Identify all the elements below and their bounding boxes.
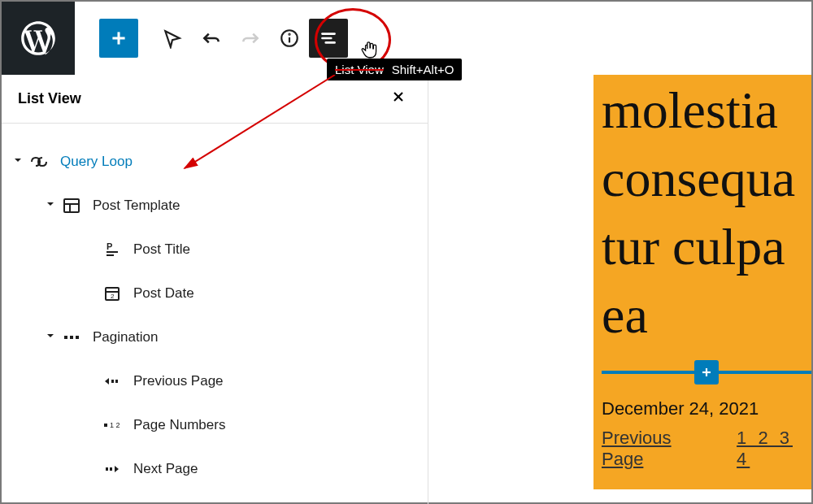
post-title-icon: P	[101, 240, 124, 259]
previous-page-link[interactable]: Previous Page	[602, 428, 714, 470]
svg-point-4	[289, 34, 289, 35]
panel-header: List View	[2, 75, 428, 124]
list-view-icon	[318, 28, 339, 49]
tree-item-post-template[interactable]: Post Template	[8, 184, 421, 228]
svg-rect-11	[64, 199, 79, 212]
tree-item-label: Next Page	[133, 461, 198, 477]
loop-icon	[28, 152, 50, 172]
post-title-text[interactable]: ea	[602, 280, 811, 348]
template-icon	[60, 196, 83, 215]
toolbar-buttons	[75, 19, 348, 58]
add-block-button[interactable]	[99, 19, 138, 58]
wordpress-icon	[18, 18, 59, 59]
wordpress-logo[interactable]	[2, 2, 75, 75]
svg-rect-20	[64, 336, 67, 339]
tree-item-label: Previous Page	[133, 373, 224, 389]
tree-item-label: Query Loop	[60, 154, 133, 170]
chevron-down-icon	[8, 154, 28, 171]
info-button[interactable]	[270, 19, 309, 58]
tree-item-query-loop[interactable]: Query Loop	[8, 140, 421, 184]
pagination-icon	[60, 328, 83, 347]
list-view-button[interactable]	[309, 19, 348, 58]
svg-text:P: P	[107, 241, 112, 251]
select-tool-button[interactable]	[153, 19, 192, 58]
undo-button[interactable]	[192, 19, 231, 58]
next-page-icon	[101, 459, 124, 479]
post-title-text[interactable]: tur culpa	[602, 211, 811, 280]
page-numbers-icon: 1 2	[101, 415, 124, 435]
post-title-text[interactable]: molestia	[602, 75, 811, 143]
svg-text:2: 2	[111, 293, 115, 300]
tree-item-next-page[interactable]: Next Page	[8, 447, 421, 491]
plus-icon	[108, 28, 129, 49]
redo-button[interactable]	[231, 19, 270, 58]
editor-canvas[interactable]: molestia consequa tur culpa ea December …	[428, 75, 811, 504]
svg-rect-21	[70, 336, 73, 339]
page-numbers-text[interactable]: 1 2 3 4	[737, 428, 811, 470]
previous-page-icon	[101, 371, 124, 391]
pagination-block[interactable]: Previous Page 1 2 3 4	[602, 428, 811, 470]
tree-item-previous-page[interactable]: Previous Page	[8, 359, 421, 403]
chevron-down-icon	[41, 198, 60, 215]
tree-item-label: Pagination	[93, 329, 158, 345]
post-title-text[interactable]: consequa	[602, 143, 811, 211]
plus-icon	[698, 364, 715, 380]
tree-item-label: Page Numbers	[133, 417, 225, 433]
block-inserter-line	[602, 371, 811, 374]
svg-rect-25	[104, 424, 107, 427]
panel-title: List View	[18, 90, 81, 107]
close-button[interactable]	[385, 84, 411, 115]
svg-rect-27	[106, 467, 108, 471]
calendar-icon: 2	[101, 284, 124, 303]
block-tree: Query Loop Post Template P Post Title	[2, 124, 428, 504]
chevron-down-icon	[41, 329, 60, 346]
tree-item-pagination[interactable]: Pagination	[8, 315, 421, 359]
tree-item-label: Post Date	[133, 285, 194, 302]
tree-item-label: Post Template	[93, 198, 180, 214]
tree-item-post-title[interactable]: P Post Title	[8, 228, 421, 272]
query-loop-block[interactable]: molestia consequa tur culpa ea December …	[593, 75, 811, 489]
undo-icon	[201, 28, 222, 49]
svg-text:1 2: 1 2	[110, 421, 120, 429]
tree-item-page-numbers[interactable]: 1 2 Page Numbers	[8, 403, 421, 447]
editor-toolbar	[2, 2, 811, 75]
svg-rect-24	[115, 380, 118, 383]
svg-rect-23	[111, 380, 114, 383]
svg-rect-22	[76, 336, 79, 339]
redo-icon	[240, 28, 261, 49]
tree-item-label: Post Title	[133, 241, 190, 258]
info-icon	[279, 28, 300, 49]
svg-rect-28	[110, 467, 112, 471]
block-inserter-button[interactable]	[694, 360, 719, 385]
post-date-text[interactable]: December 24, 2021	[602, 398, 811, 419]
tree-item-post-date[interactable]: 2 Post Date	[8, 272, 421, 315]
cursor-icon	[162, 28, 183, 49]
list-view-panel: List View Query Loop	[2, 75, 428, 504]
close-icon	[390, 89, 406, 105]
